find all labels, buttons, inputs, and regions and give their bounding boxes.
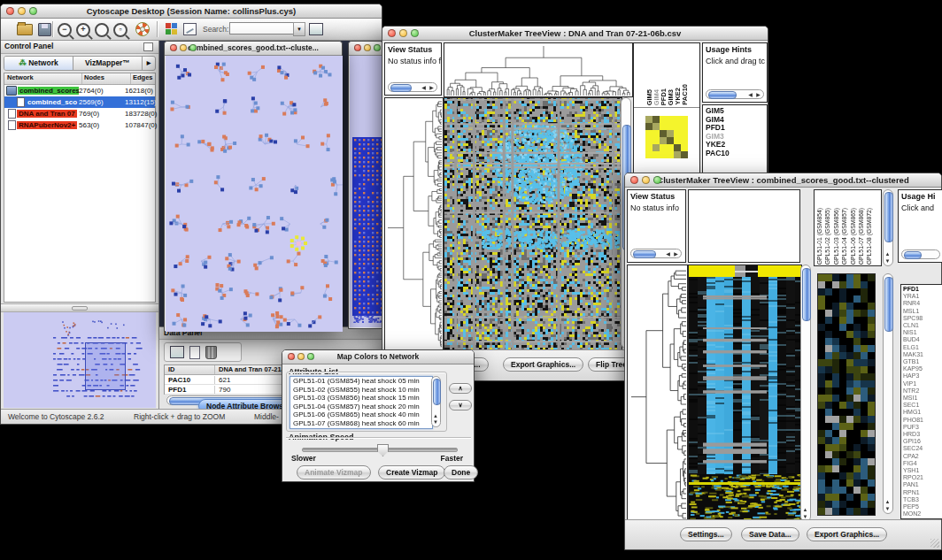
tv2-gene-label[interactable]: PEP5	[903, 503, 942, 510]
help-button[interactable]	[135, 22, 150, 36]
tv1-row-dendrogram[interactable]	[384, 97, 444, 350]
tab-overflow-button[interactable]: ▶	[143, 57, 155, 70]
tv2-gene-label[interactable]: TCB3	[903, 496, 942, 503]
tv2-heatmap[interactable]	[688, 265, 802, 524]
slider-thumb[interactable]	[377, 444, 389, 456]
delete-attribute-icon[interactable]	[205, 346, 217, 359]
animation-speed-slider[interactable]	[302, 448, 458, 452]
open-file-button[interactable]	[17, 21, 33, 35]
tv2-gene-label[interactable]: MON2	[903, 510, 942, 518]
tv2-gene-label[interactable]: KAP95	[903, 365, 942, 372]
tv1-minimize-button[interactable]	[399, 29, 407, 37]
zoom-button[interactable]	[29, 7, 37, 15]
attribute-list-scrollbar[interactable]: ▲▼	[431, 376, 441, 427]
col-header-network[interactable]: Network	[4, 73, 82, 84]
attribute-list-item[interactable]: GPL51-02 (GSM855) heat shock 10 min	[290, 386, 432, 395]
attribute-list-item[interactable]: GPL51-01 (GSM854) heat shock 05 min	[290, 377, 432, 386]
tv2-gene-label[interactable]: NTR2	[903, 387, 942, 395]
tv2-gene-label[interactable]: PUF3	[903, 424, 942, 431]
attribute-list-item[interactable]: GPL51-04 (GSM857) heat shock 20 min	[290, 403, 432, 411]
main-titlebar[interactable]: Cytoscape Desktop (Session Name: collins…	[1, 4, 382, 19]
save-button[interactable]	[38, 23, 51, 36]
tv2-gene-label[interactable]: PFD1	[903, 286, 942, 293]
network-view-canvas[interactable]	[166, 56, 343, 332]
tab-network[interactable]: ⁂ Network	[4, 57, 73, 70]
tv2-gene-label[interactable]: HRD3	[903, 431, 942, 438]
move-attribute-down-button[interactable]: ∨	[449, 400, 472, 410]
zoom-fit-button[interactable]	[95, 23, 109, 37]
tv2-gene-label[interactable]: MSI1	[903, 395, 942, 402]
attribute-table-icon[interactable]	[170, 346, 184, 358]
tv2-gene-label[interactable]: YSH1	[903, 467, 942, 474]
tv2-gene-label[interactable]: PHO81	[903, 417, 942, 424]
create-vizmap-button[interactable]: Create Vizmap	[378, 465, 445, 479]
tv2-gene-label[interactable]: RNR4	[903, 300, 942, 307]
tv2-labels-scrollbar[interactable]: ▲▼	[883, 189, 893, 266]
tv2-gene-label[interactable]: RPN1	[903, 489, 942, 496]
new-attribute-icon[interactable]	[189, 346, 200, 359]
tv1-status-scrollbar[interactable]: ◀▶	[388, 82, 437, 92]
overview-divider[interactable]	[1, 303, 158, 312]
network-list-row[interactable]: DNA and Tran 07769(0)183728(0)	[4, 108, 155, 119]
child2-close-button[interactable]	[354, 44, 361, 51]
attribute-list-item[interactable]: GPL51-06 (GSM865) heat shock 40 min	[290, 410, 432, 419]
dialog-minimize-button[interactable]	[297, 353, 305, 360]
search-input[interactable]	[229, 22, 295, 35]
tv2-gene-label[interactable]: YRA1	[903, 293, 942, 300]
tv2-gene-label[interactable]: HMG1	[903, 409, 942, 416]
data-col-id[interactable]: ID	[165, 365, 215, 374]
tv2-detail-scrollbar[interactable]: ▲▼	[883, 273, 893, 514]
tv2-row-dendrogram[interactable]	[627, 265, 688, 524]
tv2-gene-label[interactable]: FIG4	[903, 460, 942, 467]
child1-minimize-button[interactable]	[180, 44, 187, 51]
animate-vizmap-button[interactable]: Animate Vizmap	[297, 465, 371, 479]
zoom-selected-button[interactable]: ▫	[113, 23, 127, 37]
tv1-column-dendrogram[interactable]	[444, 42, 633, 97]
tv2-gene-label[interactable]: SEC1	[903, 402, 942, 409]
tv2-gene-label[interactable]: RPO21	[903, 474, 942, 481]
tv2-zoom-button[interactable]	[653, 176, 661, 184]
col-header-nodes[interactable]: Nodes	[82, 73, 131, 84]
tv2-save-data-button[interactable]: Save Data...	[741, 527, 799, 541]
close-button[interactable]	[6, 7, 14, 15]
child2-minimize-button[interactable]	[364, 44, 371, 51]
tv2-gene-label[interactable]: CLN1	[903, 322, 942, 329]
tv2-gene-label[interactable]: MAK31	[903, 351, 942, 358]
tv2-gene-label[interactable]: NIS1	[903, 329, 942, 336]
tv2-gene-label[interactable]: HAP3	[903, 372, 942, 380]
tab-vizmapper[interactable]: VizMapper™	[73, 57, 143, 70]
tv2-status-scrollbar[interactable]: ◀▶	[630, 249, 682, 258]
network-list-row[interactable]: combined_sco2569(6)13112(15)	[4, 96, 155, 108]
zoom-in-button[interactable]: +	[76, 23, 90, 37]
tv2-export-graphics-button[interactable]: Export Graphics...	[807, 527, 887, 541]
attribute-list-item[interactable]: GPL51-03 (GSM856) heat shock 15 min	[290, 394, 432, 403]
tv2-detail-heatmap[interactable]	[817, 273, 876, 516]
network-list-row[interactable]: RNAPuberNov2+563(0)107847(0)	[4, 119, 155, 131]
done-button[interactable]: Done	[444, 465, 478, 479]
tv1-export-graphics-button[interactable]: Export Graphics...	[503, 357, 583, 372]
float-panel-icon[interactable]	[143, 42, 153, 51]
tv2-gene-label[interactable]: ELG1	[903, 344, 942, 351]
tv2-gene-label[interactable]: GTB1	[903, 358, 942, 365]
annotation-button[interactable]	[183, 23, 197, 35]
tv1-heatmap[interactable]	[444, 97, 622, 350]
child2-zoom-button[interactable]	[374, 44, 381, 51]
dialog-zoom-button[interactable]	[307, 353, 314, 360]
network-overview-canvas[interactable]	[4, 312, 156, 408]
tv2-gene-label[interactable]: CPA2	[903, 453, 942, 460]
tv2-gene-label[interactable]: SPC98	[903, 315, 942, 322]
resize-grip[interactable]	[930, 539, 939, 548]
search-dropdown-button[interactable]: ▼	[293, 22, 305, 36]
tv1-gene-label[interactable]: PAC10	[706, 150, 767, 158]
tv2-gene-label[interactable]: SEC24	[903, 445, 942, 452]
tv2-gene-label[interactable]: GPI16	[903, 438, 942, 445]
zoom-out-button[interactable]: −	[58, 23, 72, 37]
tv2-close-button[interactable]	[630, 176, 638, 184]
import-table-button[interactable]	[309, 23, 323, 35]
child1-zoom-button[interactable]	[189, 44, 197, 51]
tv2-usage-scrollbar[interactable]	[901, 249, 940, 259]
tv2-gene-label[interactable]: PAN1	[903, 481, 942, 488]
tv2-settings-button[interactable]: Settings...	[680, 527, 732, 541]
tv2-minimize-button[interactable]	[642, 176, 650, 184]
network-grid-canvas[interactable]	[352, 137, 382, 323]
